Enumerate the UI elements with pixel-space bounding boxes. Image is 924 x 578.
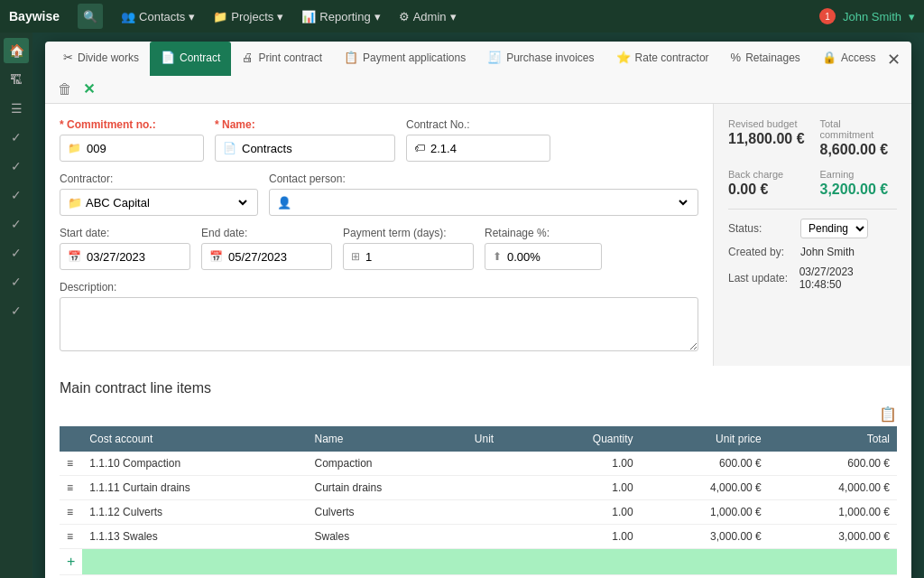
- main-area: ✕ ✂ Divide works 📄 Contract 🖨 Print cont…: [32, 33, 924, 578]
- contact-person-select-wrap[interactable]: 👤: [269, 189, 698, 216]
- alert-badge: 1: [819, 8, 836, 24]
- sidebar-item-check5[interactable]: ✓: [4, 240, 29, 266]
- reporting-arrow-icon: ▾: [374, 10, 381, 23]
- contract-no-input[interactable]: [430, 142, 542, 155]
- sidebar-item-home[interactable]: 🏠: [4, 38, 29, 63]
- tab-print-contract[interactable]: 🖨 Print contract: [231, 42, 333, 76]
- cell-quantity: 1.00: [533, 500, 641, 525]
- name-input-wrap[interactable]: 📄: [215, 135, 395, 162]
- cell-name: Culverts: [307, 500, 467, 525]
- created-by-label: Created by:: [728, 246, 800, 258]
- delete-button[interactable]: 🗑: [52, 76, 78, 103]
- sidebar-item-check2[interactable]: ✓: [4, 154, 29, 179]
- cell-unit: [467, 525, 533, 549]
- end-date-input[interactable]: [228, 250, 324, 264]
- retainage-input-wrap[interactable]: ⬆: [485, 243, 602, 270]
- tab-divide-works[interactable]: ✂ Divide works: [52, 42, 150, 76]
- nav-admin[interactable]: ⚙ Admin ▾: [399, 10, 457, 23]
- main-line-items-table: Cost account Name Unit Quantity Unit pri…: [60, 426, 897, 578]
- tab-retainages[interactable]: % Retainages: [720, 42, 811, 76]
- backcharge-earning-pair: Back charge 0.00 € Earning 3,200.00 €: [728, 169, 897, 198]
- sidebar-item-build[interactable]: 🏗: [4, 67, 29, 92]
- nav-projects[interactable]: 📁 Projects ▾: [213, 10, 283, 23]
- nav-contacts[interactable]: 👥 Contacts ▾: [121, 10, 195, 23]
- search-button[interactable]: 🔍: [78, 4, 103, 29]
- status-label: Status:: [728, 222, 800, 235]
- table-add-icon[interactable]: 📋: [879, 406, 897, 423]
- payment-term-input-wrap[interactable]: ⊞: [343, 243, 474, 270]
- sidebar-item-check6[interactable]: ✓: [4, 269, 29, 294]
- description-group: Description:: [60, 281, 698, 351]
- back-charge-col: Back charge 0.00 €: [728, 169, 806, 198]
- contractor-label: Contractor:: [60, 172, 258, 185]
- tab-contract[interactable]: 📄 Contract: [150, 42, 231, 76]
- tab-contract-label: Contract: [180, 51, 220, 64]
- commitment-icon: 📁: [68, 142, 81, 154]
- contract-no-label: Contract No.:: [406, 118, 550, 131]
- total-commitment-label: Total commitment: [820, 118, 898, 140]
- sidebar-item-check3[interactable]: ✓: [4, 182, 29, 208]
- name-group: * Name: 📄: [215, 118, 395, 162]
- payment-term-input[interactable]: [365, 250, 466, 264]
- start-date-input-wrap[interactable]: 📅: [60, 243, 190, 270]
- sidebar-item-check[interactable]: ✓: [4, 125, 29, 150]
- table-row: ≡ 1.1.12 Culverts Culverts 1.00 1,000.00…: [60, 500, 897, 525]
- commitment-no-input-wrap[interactable]: 📁: [60, 135, 204, 162]
- cell-unit-price: 4,000.00 €: [641, 476, 769, 500]
- back-charge-value: 0.00 €: [728, 182, 806, 198]
- end-date-group: End date: 📅: [201, 227, 332, 270]
- form-area: * Commitment no.: 📁 * Name: 📄: [45, 104, 713, 366]
- payment-term-label: Payment term (days):: [343, 227, 474, 239]
- tab-purchase-invoices[interactable]: 🧾 Purchase invoices: [476, 42, 605, 76]
- status-select[interactable]: Pending Active Closed: [800, 219, 868, 238]
- calendar-icon-end: 📅: [209, 250, 223, 263]
- cell-name: Compaction: [307, 452, 467, 476]
- print-icon: 🖨: [242, 51, 254, 64]
- modal-close-button[interactable]: ✕: [882, 49, 904, 70]
- cell-total: 1,000.00 €: [769, 500, 897, 525]
- created-by-value: John Smith: [800, 246, 855, 258]
- sidebar-item-check7[interactable]: ✓: [4, 298, 29, 323]
- tab-close-x[interactable]: ✕: [78, 75, 100, 103]
- sidebar-item-list[interactable]: ☰: [4, 96, 29, 121]
- contractor-select-wrap[interactable]: 📁 ABC Capital: [60, 189, 258, 216]
- revised-budget-value: 11,800.00 €: [728, 131, 806, 147]
- commitment-no-input[interactable]: [87, 142, 196, 155]
- tab-access[interactable]: 🔒 Access: [811, 42, 887, 76]
- earning-value: 3,200.00 €: [820, 182, 898, 198]
- payment-term-group: Payment term (days): ⊞: [343, 227, 474, 270]
- cell-total: 3,000.00 €: [769, 525, 897, 549]
- cell-unit: [467, 476, 533, 500]
- contact-person-select[interactable]: [291, 195, 690, 210]
- name-label: * Name:: [215, 118, 395, 131]
- col-total: Total: [769, 426, 897, 452]
- tab-payment-applications[interactable]: 📋 Payment applications: [333, 42, 476, 76]
- new-row-input[interactable]: [82, 549, 897, 575]
- start-date-label: Start date:: [60, 227, 190, 239]
- end-date-input-wrap[interactable]: 📅: [201, 243, 332, 270]
- nav-contacts-label: Contacts: [139, 10, 185, 23]
- add-button-cell[interactable]: +: [60, 549, 82, 575]
- main-table-section: Main contract line items 📋 Cost account …: [45, 380, 911, 578]
- tab-rate-contractor[interactable]: ⭐ Rate contractor: [605, 42, 720, 76]
- contractor-select[interactable]: ABC Capital: [82, 195, 250, 210]
- start-date-input[interactable]: [87, 250, 182, 264]
- cell-unit: [467, 452, 533, 476]
- commitment-no-label: * Commitment no.:: [60, 118, 204, 131]
- contract-no-group: Contract No.: 🏷: [406, 118, 550, 162]
- contractor-icon: 📁: [68, 196, 82, 210]
- contract-no-input-wrap[interactable]: 🏷: [406, 135, 550, 162]
- nav-reporting[interactable]: 📊 Reporting ▾: [301, 10, 380, 23]
- reporting-icon: 📊: [301, 10, 316, 23]
- col-drag: [60, 426, 82, 452]
- sidebar-item-check4[interactable]: ✓: [4, 211, 29, 237]
- revised-budget-col: Revised budget 11,800.00 €: [728, 118, 806, 158]
- name-input[interactable]: [242, 142, 387, 155]
- drag-handle: ≡: [60, 500, 82, 525]
- add-row-button[interactable]: +: [67, 555, 75, 569]
- description-textarea[interactable]: [60, 297, 698, 351]
- retainage-input[interactable]: [507, 250, 594, 264]
- total-row: 8,600.00 €: [60, 575, 897, 579]
- cell-quantity: 1.00: [533, 476, 641, 500]
- last-update-row: Last update: 03/27/2023 10:48:50: [728, 266, 897, 291]
